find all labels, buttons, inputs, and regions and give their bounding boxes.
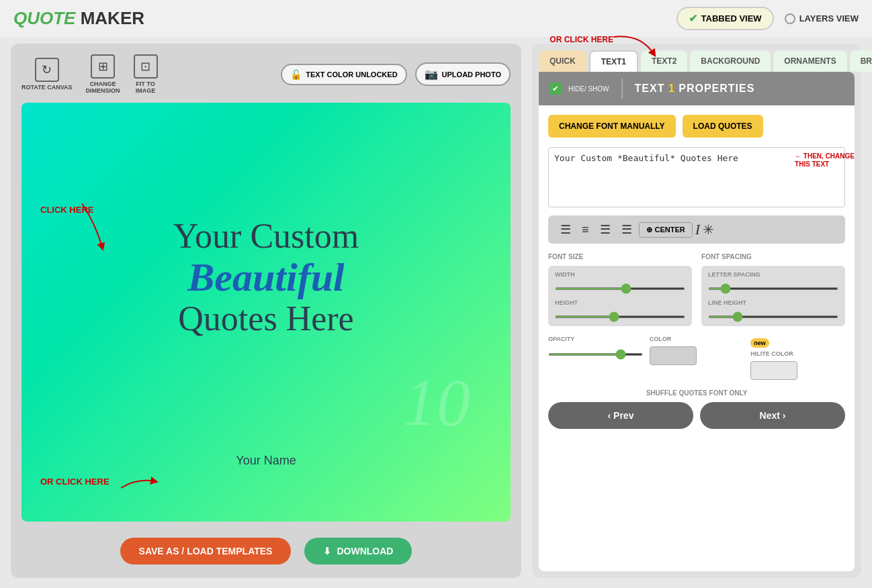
header: QUOTE MAKER ✔ TABBED VIEW LAYERS VIEW	[0, 0, 872, 37]
shuffle-label: SHUFFLE QUOTES FONT ONLY	[548, 389, 845, 397]
divider	[621, 79, 623, 99]
new-badge: new	[750, 338, 769, 348]
letter-spacing-row: LETTER SPACING	[708, 271, 838, 293]
quote-line3: Quotes Here	[35, 299, 497, 338]
logo-maker: MAKER	[81, 8, 144, 28]
tab-text2[interactable]: TEXT2	[641, 50, 687, 72]
view-toggles: ✔ TABBED VIEW LAYERS VIEW	[677, 7, 859, 30]
tab-quick[interactable]: QUICK	[539, 50, 586, 72]
align-row: ☰ ≡ ☰ ☰ ⊕ CENTER I ✳	[548, 215, 845, 244]
fit-to-image-tool[interactable]: ⊡ FIT TOIMAGE	[134, 54, 158, 95]
opacity-slider[interactable]	[548, 353, 643, 356]
prop-title: TEXT 1 PROPERTIES	[635, 83, 755, 95]
line-height-label: LINE HEIGHT	[708, 299, 838, 306]
width-slider[interactable]	[555, 287, 685, 290]
dimension-label: CHANGEDIMENSION	[86, 81, 120, 95]
textarea-wrapper: Your Custom *Beautiful* Quotes Here ← TH…	[548, 147, 845, 215]
fit-label: FIT TOIMAGE	[136, 81, 156, 95]
font-spacing-title: FONT SPACING	[701, 253, 845, 260]
properties-panel: ✔ HIDE/ SHOW TEXT 1 PROPERTIES CHANGE FO…	[539, 72, 855, 571]
italic-button[interactable]: I	[695, 221, 700, 238]
load-quotes-button[interactable]: LOAD QUOTES	[683, 115, 763, 138]
tab-ornaments[interactable]: ORNAMENTS	[773, 50, 846, 72]
height-slider-row: HEIGHT	[555, 299, 685, 321]
align-left-button[interactable]: ☰	[556, 221, 575, 238]
prop-title-highlight: 1	[668, 83, 675, 94]
bottom-buttons: SAVE AS / LOAD TEMPLATES ⬇ DOWNLOAD	[21, 530, 511, 567]
author-area: Your Name	[21, 454, 511, 468]
font-size-title: FONT SIZE	[548, 253, 692, 260]
center-icon: ⊕	[646, 226, 652, 234]
next-button[interactable]: Next ›	[700, 402, 845, 429]
quote-textarea[interactable]: Your Custom *Beautiful* Quotes Here	[548, 147, 845, 207]
layers-view-button[interactable]: LAYERS VIEW	[785, 13, 859, 24]
font-size-group: FONT SIZE WIDTH HEIGHT	[548, 253, 692, 326]
center-button[interactable]: ⊕ CENTER	[639, 222, 693, 238]
dimension-icon: ⊞	[91, 54, 115, 79]
download-button[interactable]: ⬇ DOWNLOAD	[304, 538, 412, 565]
tab-text1[interactable]: TEXT1	[589, 50, 638, 72]
prop-header: ✔ HIDE/ SHOW TEXT 1 PROPERTIES	[539, 72, 855, 105]
align-justify-button[interactable]: ☰	[617, 221, 636, 238]
right-panel: QUICK TEXT1 TEXT2 BACKGROUND ORNAMENTS B…	[532, 44, 861, 578]
fit-icon: ⊡	[134, 54, 158, 79]
hilite-group: new HILITE COLOR	[750, 336, 845, 380]
nav-buttons: ‹ Prev Next ›	[548, 402, 845, 429]
hide-show-label: HIDE/ SHOW	[568, 85, 609, 93]
line-height-row: LINE HEIGHT	[708, 299, 838, 321]
text-color-button[interactable]: 🔓 TEXT COLOR UNLOCKED	[281, 64, 406, 85]
radio-circle-icon	[785, 13, 795, 24]
quote-text-main: Your Custom Beautiful Quotes Here	[21, 217, 511, 338]
quote-line2: Beautiful	[35, 255, 497, 299]
tab-background[interactable]: BACKGROUND	[690, 50, 771, 72]
rotate-canvas-tool[interactable]: ↻ ROTATE CANVAS	[21, 58, 73, 91]
font-controls: FONT SIZE WIDTH HEIGHT	[548, 253, 845, 326]
line-height-slider[interactable]	[708, 315, 838, 318]
height-slider[interactable]	[555, 315, 685, 318]
main-layout: ↻ ROTATE CANVAS ⊞ CHANGEDIMENSION ⊡ FIT …	[0, 37, 872, 585]
logo: QUOTE MAKER	[13, 8, 144, 29]
letter-spacing-slider[interactable]	[708, 287, 838, 290]
hilite-label: HILITE COLOR	[750, 350, 845, 357]
toolbar: ↻ ROTATE CANVAS ⊞ CHANGEDIMENSION ⊡ FIT …	[21, 54, 511, 95]
tabs-row: QUICK TEXT1 TEXT2 BACKGROUND ORNAMENTS B…	[532, 44, 861, 72]
canvas-area[interactable]: 10 CLICK HERE Your Custom Beautiful Quot…	[21, 103, 511, 522]
align-center-button[interactable]: ≡	[578, 222, 593, 238]
or-click-here-arrow	[121, 468, 161, 495]
action-buttons: CHANGE FONT MANUALLY LOAD QUOTES	[548, 115, 845, 138]
tab-branding[interactable]: BRANDING	[850, 50, 872, 72]
rotate-icon: ↻	[35, 58, 59, 82]
font-size-sliders: WIDTH HEIGHT	[548, 266, 692, 326]
color-group: COLOR	[650, 336, 744, 380]
color-swatch[interactable]	[650, 346, 697, 365]
rotate-label: ROTATE CANVAS	[21, 85, 73, 91]
author-name: Your Name	[21, 454, 511, 468]
hilite-swatch[interactable]	[750, 361, 797, 380]
prev-button[interactable]: ‹ Prev	[548, 402, 693, 429]
opacity-label: OPACITY	[548, 336, 643, 342]
click-here-label: CLICK HERE	[40, 205, 93, 215]
hide-show-check[interactable]: ✔	[550, 83, 562, 95]
or-click-here-canvas: OR CLICK HERE	[40, 477, 110, 487]
camera-icon: 📷	[425, 68, 438, 81]
upload-photo-button[interactable]: 📷 UPLOAD PHOTO	[415, 62, 511, 86]
font-spacing-sliders: LETTER SPACING LINE HEIGHT	[701, 266, 845, 326]
height-label: HEIGHT	[555, 299, 685, 306]
letter-spacing-label: LETTER SPACING	[708, 271, 838, 278]
download-icon: ⬇	[323, 546, 331, 556]
align-right-button[interactable]: ☰	[596, 221, 615, 238]
asterisk-button[interactable]: ✳	[703, 222, 714, 238]
change-dimension-tool[interactable]: ⊞ CHANGEDIMENSION	[86, 54, 120, 95]
toolbar-right: 🔓 TEXT COLOR UNLOCKED 📷 UPLOAD PHOTO	[281, 62, 511, 86]
prop-body: CHANGE FONT MANUALLY LOAD QUOTES Your Cu…	[539, 105, 855, 444]
watermark: 10	[403, 364, 470, 441]
left-panel: ↻ ROTATE CANVAS ⊞ CHANGEDIMENSION ⊡ FIT …	[11, 44, 521, 578]
tabbed-view-button[interactable]: ✔ TABBED VIEW	[677, 7, 774, 30]
quote-line1: Your Custom	[35, 217, 497, 255]
font-spacing-group: FONT SPACING LETTER SPACING LINE HEIGHT	[701, 253, 845, 326]
save-as-load-button[interactable]: SAVE AS / LOAD TEMPLATES	[120, 538, 292, 565]
change-font-button[interactable]: CHANGE FONT MANUALLY	[548, 115, 676, 138]
color-label: COLOR	[650, 336, 744, 342]
lock-icon: 🔓	[290, 69, 302, 80]
width-slider-row: WIDTH	[555, 271, 685, 293]
